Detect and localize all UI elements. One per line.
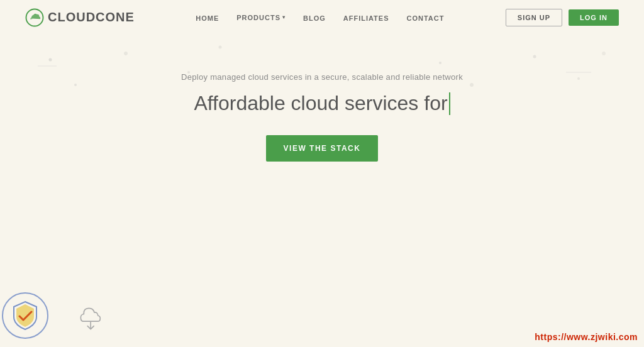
nav-item-affiliates[interactable]: AFFILIATES: [343, 12, 389, 23]
nav-link-products[interactable]: PRODUCTS ▾: [236, 14, 286, 21]
nav-links: HOME PRODUCTS ▾ BLOG AFFILIATES CONTACT: [196, 12, 444, 23]
nav-item-contact[interactable]: CONTACT: [407, 12, 445, 23]
nav-link-contact[interactable]: CONTACT: [407, 14, 445, 22]
svg-point-13: [3, 293, 48, 338]
signup-button[interactable]: SIGN UP: [506, 9, 562, 26]
brand-name: CLOUDCONE: [48, 10, 135, 25]
cloud-download-icon: [75, 303, 107, 334]
watermark: https://www.zjwiki.com: [535, 332, 638, 342]
typing-cursor: [449, 92, 450, 115]
nav-item-blog[interactable]: BLOG: [303, 12, 326, 23]
hero-title: Affordable cloud services for: [194, 92, 450, 115]
products-dropdown-arrow: ▾: [282, 14, 286, 20]
hero-section: Deploy managed cloud services in a secur…: [0, 35, 644, 162]
navbar: CLOUDCONE HOME PRODUCTS ▾ BLOG AFFILIATE…: [0, 0, 644, 35]
nav-item-products[interactable]: PRODUCTS ▾: [236, 14, 286, 21]
logo-icon: [25, 8, 44, 27]
nav-link-blog[interactable]: BLOG: [303, 14, 326, 22]
nav-link-home[interactable]: HOME: [196, 14, 219, 22]
nav-item-home[interactable]: HOME: [196, 12, 219, 23]
nav-buttons: SIGN UP LOG IN: [506, 9, 619, 26]
decorative-area: [0, 234, 644, 347]
view-stack-button[interactable]: VIEW THE STACK: [266, 135, 379, 162]
logo[interactable]: CLOUDCONE: [25, 8, 135, 27]
hero-subtitle: Deploy managed cloud services in a secur…: [181, 72, 463, 82]
nav-link-affiliates[interactable]: AFFILIATES: [343, 14, 389, 22]
login-button[interactable]: LOG IN: [569, 9, 619, 26]
shield-icon: [0, 290, 50, 341]
